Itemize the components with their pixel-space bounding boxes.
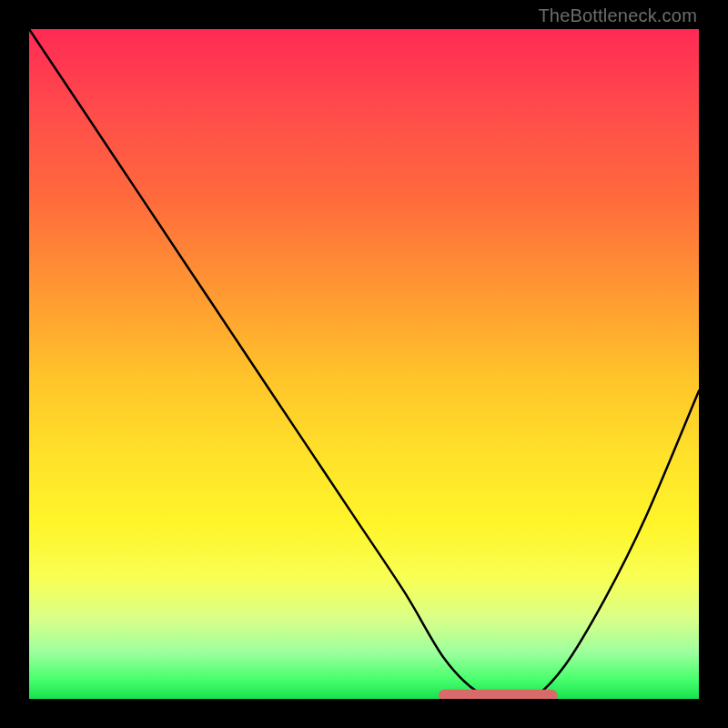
- attribution-label: TheBottleneck.com: [538, 5, 697, 26]
- bottleneck-curve: [29, 29, 699, 699]
- curve-layer: [29, 29, 699, 699]
- plot-area: [29, 29, 699, 699]
- chart-container: TheBottleneck.com: [0, 0, 728, 728]
